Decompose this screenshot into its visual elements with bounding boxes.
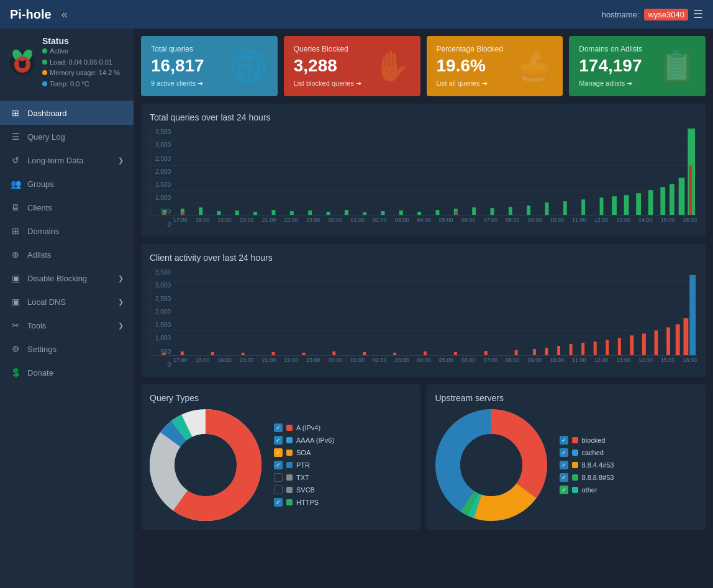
legend-color-swatch — [286, 425, 293, 431]
legend-checkbox[interactable]: ✓ — [560, 461, 568, 469]
sidebar-item-groups[interactable]: 👥 Groups — [0, 172, 134, 196]
sidebar-item-label: Adlists — [27, 250, 51, 260]
svg-rect-24 — [363, 212, 366, 215]
sidebar-item-donate[interactable]: 💲 Donate — [0, 361, 134, 384]
svg-rect-62 — [332, 351, 335, 355]
svg-rect-49 — [689, 166, 692, 215]
domains-icon: ⊞ — [10, 226, 21, 236]
svg-rect-43 — [670, 184, 674, 215]
sidebar-item-settings[interactable]: ⚙ Settings — [0, 337, 134, 361]
stat-value: 3,288 — [294, 56, 361, 76]
svg-rect-76 — [618, 338, 621, 355]
svg-rect-57 — [181, 351, 184, 355]
sidebar: Status Active Load: 0.04 0.06 0.01 Memor… — [0, 29, 134, 588]
legend-item-ptr: ✓ PTR — [274, 461, 334, 469]
svg-rect-40 — [636, 193, 641, 215]
stat-card-domains-adlists: Domains on Adlists 174,197 Manage adlist… — [569, 36, 706, 96]
upstream-servers-donut-section: ✓ blocked ✓ cached ✓ 8.8.4.4#53 — [435, 409, 697, 521]
legend-checkbox[interactable]: ✓ — [274, 461, 283, 469]
legend-color-swatch — [286, 499, 293, 505]
status-text-group: Status Active Load: 0.04 0.06 0.01 Memor… — [42, 36, 120, 89]
total-queries-chart-title: Total queries over last 24 hours — [150, 112, 697, 122]
legend-label: 8.8.8.8#53 — [582, 474, 614, 481]
sidebar-item-label: Query Log — [27, 132, 65, 142]
legend-checkbox[interactable]: ✓ — [560, 486, 568, 494]
svg-rect-46 — [164, 212, 166, 215]
legend-checkbox[interactable]: ✓ — [560, 448, 568, 457]
svg-rect-34 — [545, 202, 549, 215]
brand-title: Pi-hole — [10, 7, 52, 22]
legend-checkbox[interactable]: ✓ — [274, 423, 283, 432]
stat-link[interactable]: Manage adlists ➔ — [579, 79, 642, 88]
sidebar-item-adlists[interactable]: ⊕ Adlists — [0, 243, 134, 266]
sidebar-item-clients[interactable]: 🖥 Clients — [0, 196, 134, 219]
svg-rect-69 — [533, 349, 536, 355]
dashboard-icon: ⊞ — [10, 108, 21, 118]
sidebar-toggle[interactable]: « — [61, 8, 68, 21]
pie-icon: 🥧 — [515, 49, 553, 84]
globe-icon: 🌐 — [230, 49, 268, 84]
stat-info: Domains on Adlists 174,197 Manage adlist… — [579, 45, 642, 88]
legend-label: SOA — [296, 449, 311, 456]
svg-rect-31 — [491, 208, 494, 215]
active-dot — [42, 48, 47, 53]
svg-rect-60 — [272, 352, 275, 355]
sidebar-item-long-term-data[interactable]: ↺ Long-term Data ❯ — [0, 148, 134, 172]
legend-item-https: ✓ HTTPS — [274, 498, 334, 507]
legend-label: 8.8.4.4#53 — [582, 461, 614, 469]
long-term-icon: ↺ — [10, 155, 21, 165]
svg-rect-19 — [272, 210, 276, 215]
svg-rect-48 — [455, 211, 457, 215]
svg-rect-56 — [163, 353, 166, 355]
legend-checkbox[interactable]: ✓ — [274, 448, 283, 457]
svg-rect-18 — [253, 212, 257, 215]
sidebar-item-label: Domains — [27, 227, 59, 236]
sidebar-item-domains[interactable]: ⊞ Domains — [0, 219, 134, 243]
query-types-donut — [150, 409, 261, 521]
chevron-right-icon: ❯ — [118, 274, 124, 283]
svg-rect-25 — [381, 211, 385, 215]
svg-rect-64 — [393, 353, 396, 355]
svg-rect-63 — [363, 352, 366, 355]
sidebar-item-query-log[interactable]: ☰ Query Log — [0, 125, 134, 148]
legend-checkbox[interactable]: ✓ — [274, 498, 283, 507]
svg-rect-28 — [436, 210, 440, 215]
svg-rect-32 — [509, 207, 512, 215]
sidebar-item-disable-blocking[interactable]: ▣ Disable Blocking ❯ — [0, 266, 134, 290]
x-axis: 17:0018:0019:0020:0021:0022:0023:0000:00… — [150, 217, 697, 223]
hamburger-icon[interactable]: ☰ — [693, 7, 703, 21]
sidebar-item-label: Local DNS — [27, 297, 66, 307]
svg-rect-27 — [417, 212, 421, 215]
svg-rect-67 — [484, 351, 488, 355]
query-types-title: Query Types — [150, 393, 412, 403]
sidebar-item-label: Disable Blocking — [27, 274, 87, 283]
legend-item-aaaa-ipv6: ✓ AAAA (IPv6) — [274, 436, 334, 445]
stat-value: 19.6% — [437, 56, 503, 76]
sidebar-item-tools[interactable]: ✂ Tools ❯ — [0, 314, 134, 337]
legend-label: blocked — [582, 436, 606, 444]
svg-rect-77 — [630, 335, 634, 355]
svg-rect-47 — [182, 212, 184, 215]
legend-item-a-ipv4: ✓ A (IPv4) — [274, 423, 334, 432]
sidebar-item-dashboard[interactable]: ⊞ Dashboard — [0, 101, 134, 125]
stat-link[interactable]: List blocked queries ➔ — [294, 79, 361, 88]
legend-checkbox[interactable]: ✓ — [560, 436, 568, 445]
legend-checkbox[interactable]: ✓ — [560, 473, 568, 482]
hostname-label: hostname: — [602, 10, 640, 19]
legend-label: SVCB — [296, 486, 315, 494]
legend-checkbox[interactable] — [274, 486, 283, 494]
legend-checkbox[interactable] — [274, 473, 283, 482]
status-title: Status — [42, 36, 120, 46]
chevron-right-icon: ❯ — [118, 298, 124, 306]
sidebar-item-local-dns[interactable]: ▣ Local DNS ❯ — [0, 290, 134, 314]
svg-point-5 — [19, 60, 21, 63]
svg-rect-58 — [211, 352, 214, 355]
sidebar-item-label: Groups — [27, 179, 54, 189]
total-queries-chart: 3,5003,0002,5002,0001,5001,0005000 — [150, 129, 697, 228]
legend-checkbox[interactable]: ✓ — [274, 436, 283, 445]
chevron-right-icon: ❯ — [118, 322, 124, 330]
total-queries-svg — [150, 129, 697, 215]
stat-link[interactable]: List all queries ➔ — [437, 79, 503, 88]
svg-rect-15 — [199, 207, 202, 215]
stat-link[interactable]: 9 active clients ➔ — [151, 79, 204, 88]
